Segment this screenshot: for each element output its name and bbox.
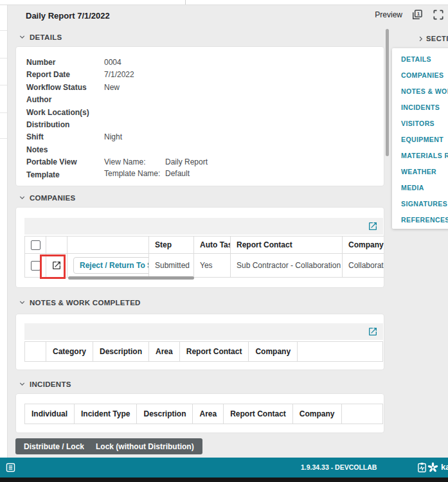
field-value: Night xyxy=(104,131,384,143)
header-cell: Incident Type xyxy=(75,404,137,424)
log-icon[interactable] xyxy=(5,462,16,473)
lock-without-distribution-button[interactable]: Lock (without Distribution) xyxy=(87,438,202,454)
sections-link-references[interactable]: REFERENCES xyxy=(392,212,448,228)
companies-card: Step Auto Task Report Contact Company Re… xyxy=(15,207,384,288)
distribute-lock-button[interactable]: Distribute / Lock xyxy=(15,438,93,454)
open-grid-icon[interactable] xyxy=(368,326,378,337)
field-label: Work Location(s) xyxy=(26,107,104,119)
header-cell-company: Company xyxy=(343,237,384,253)
section-label: COMPANIES xyxy=(30,194,76,202)
field-label: Shift xyxy=(26,131,104,143)
cell-auto-task: Yes xyxy=(194,254,231,277)
version-label: 1.9.34.33 - DEVCOLLAB xyxy=(301,463,377,471)
notes-header-row: Category Description Area Report Contact… xyxy=(24,341,383,362)
header-cell: Report Contact xyxy=(180,342,249,361)
header-cell: Category xyxy=(46,342,93,361)
companies-toolbar xyxy=(24,218,383,235)
incidents-table: Individual Incident Type Description Are… xyxy=(24,404,383,424)
top-edge-strip xyxy=(0,0,448,5)
section-header-details[interactable]: DETAILS xyxy=(18,33,62,41)
section-label: DETAILS xyxy=(30,33,62,41)
section-header-companies[interactable]: COMPANIES xyxy=(18,193,76,202)
bottom-edge-strip xyxy=(0,478,448,482)
field-value xyxy=(104,94,384,106)
sections-link-incidents[interactable]: INCIDENTS xyxy=(392,100,448,116)
background-list-panel-edge xyxy=(0,5,8,458)
field-label: Portable View Template xyxy=(26,156,104,181)
sections-link-weather[interactable]: WEATHER xyxy=(392,164,448,180)
horizontal-scrollbar[interactable] xyxy=(68,276,194,280)
header-cell: Area xyxy=(193,404,224,424)
field-label: Notes xyxy=(26,144,104,156)
chevron-right-icon xyxy=(417,35,424,42)
template-name-label: Template Name: xyxy=(104,170,165,181)
header-cell-icon xyxy=(46,237,67,253)
field-label: Author xyxy=(26,94,104,106)
preview-button[interactable]: Preview xyxy=(375,10,402,19)
sections-link-equipment[interactable]: EQUIPMENT xyxy=(392,132,448,148)
chevron-down-icon xyxy=(18,380,26,388)
header-cell-auto-task: Auto Task xyxy=(194,237,231,253)
header-cell-filler xyxy=(342,404,382,424)
template-name-value: Default xyxy=(165,170,384,181)
header-cell: Company xyxy=(249,342,298,361)
field-value: New xyxy=(104,82,384,94)
header-cell: Individual xyxy=(25,404,75,424)
kahua-logo-icon[interactable] xyxy=(427,461,439,474)
chevron-down-icon xyxy=(18,33,26,41)
header-cell-report-contact: Report Contact xyxy=(231,237,343,253)
field-label: Number xyxy=(26,57,104,69)
detail-row: Number0004 xyxy=(16,57,384,69)
notes-toolbar xyxy=(24,323,383,340)
sections-link-materials[interactable]: MATERIALS RECEIVED xyxy=(392,148,448,164)
reject-return-button[interactable]: Reject / Return To Sub xyxy=(73,257,149,274)
page-title: Daily Report 7/1/2022 xyxy=(26,11,110,21)
field-label: Workflow Status xyxy=(26,82,104,94)
header-cell-step: Step xyxy=(149,237,194,253)
detail-row: Distribution xyxy=(16,119,384,131)
sections-link-companies[interactable]: COMPANIES xyxy=(392,67,448,84)
health-clipboard-icon[interactable] xyxy=(417,462,427,473)
section-label: INCIDENTS xyxy=(30,380,71,388)
cell-company: Collaboration Sub xyxy=(343,254,384,277)
header-cell: Description xyxy=(93,342,149,361)
header-cell: Description xyxy=(137,404,193,424)
header-cell: Area xyxy=(149,342,180,361)
window-count-label: 1 xyxy=(417,11,420,17)
sections-link-notes-work[interactable]: NOTES & WORK COMPLETED xyxy=(392,84,448,100)
header-cell-action xyxy=(67,237,149,253)
open-grid-icon[interactable] xyxy=(368,221,378,231)
field-label: Report Date xyxy=(26,69,104,81)
incidents-card: Individual Incident Type Description Are… xyxy=(15,393,384,433)
notes-work-card: Category Description Area Report Contact… xyxy=(15,314,384,370)
select-all-checkbox[interactable] xyxy=(31,240,40,250)
cell-step: Submitted xyxy=(149,254,194,277)
field-value xyxy=(104,144,384,156)
section-header-incidents[interactable]: INCIDENTS xyxy=(18,380,71,388)
sections-panel-header[interactable]: SECTIONS xyxy=(417,35,448,42)
kahua-wordmark: kahua xyxy=(441,462,448,472)
header-cell-filler xyxy=(298,342,382,361)
status-bar: 1.9.34.33 - DEVCOLLAB kahua xyxy=(0,458,448,478)
incidents-header-row: Individual Incident Type Description Are… xyxy=(24,404,383,424)
sections-panel: DETAILS COMPANIES NOTES & WORK COMPLETED… xyxy=(392,48,448,229)
sections-link-signatures[interactable]: SIGNATURES xyxy=(392,196,448,212)
sections-link-details[interactable]: DETAILS xyxy=(392,51,448,67)
field-value: 7/1/2022 xyxy=(104,69,384,81)
companies-data-row: Reject / Return To Sub Submitted Yes Sub… xyxy=(24,254,384,278)
sections-link-media[interactable]: MEDIA xyxy=(392,180,448,196)
window-count-icon[interactable]: 1 xyxy=(411,8,424,21)
detail-row: ShiftNight xyxy=(16,131,384,143)
sections-link-visitors[interactable]: VISITORS xyxy=(392,116,448,132)
row-checkbox[interactable] xyxy=(31,261,40,271)
fullscreen-icon[interactable] xyxy=(432,8,445,21)
detail-row: Author xyxy=(16,94,384,106)
section-label: NOTES & WORK COMPLETED xyxy=(30,299,141,307)
view-name-value: Daily Report xyxy=(165,158,384,170)
vertical-scrollbar[interactable] xyxy=(386,29,389,156)
notes-table: Category Description Area Report Contact… xyxy=(24,341,383,362)
title-bar: Daily Report 7/1/2022 Preview 1 xyxy=(8,5,448,27)
view-name-label: View Name: xyxy=(104,158,165,170)
section-header-notes-work[interactable]: NOTES & WORK COMPLETED xyxy=(18,298,141,307)
companies-table: Step Auto Task Report Contact Company Re… xyxy=(24,236,384,278)
